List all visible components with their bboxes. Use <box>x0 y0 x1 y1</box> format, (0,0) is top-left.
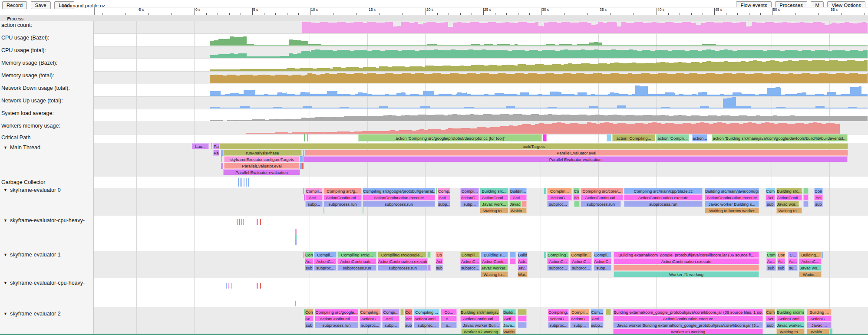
cpu-usage-total-histogram-bar[interactable] <box>767 50 772 58</box>
main-thread-event[interactable]: skyframeExecutor.configureTargets <box>224 156 300 162</box>
memory-usage-total-histogram-bar[interactable] <box>441 74 446 83</box>
cpu-usage-bazel-histogram-bar[interactable] <box>308 44 313 46</box>
network-down-histogram-bar[interactable] <box>355 94 358 96</box>
cpu-usage-total-histogram-bar[interactable] <box>672 50 677 58</box>
network-up-histogram-bar[interactable] <box>240 106 244 108</box>
memory-usage-total-histogram-bar[interactable] <box>363 74 367 83</box>
main-thread-tick[interactable] <box>221 150 223 156</box>
action-count-histogram-bar[interactable] <box>527 23 531 33</box>
system-load-histogram-bar[interactable] <box>777 116 782 121</box>
cpu-usage-total-histogram-bar[interactable] <box>560 50 564 58</box>
memory-usage-bazel-histogram-bar[interactable] <box>214 69 218 71</box>
workers-memory-histogram-bar[interactable] <box>292 132 297 134</box>
memory-usage-total-histogram-bar[interactable] <box>780 74 784 83</box>
memory-usage-bazel-histogram-bar[interactable] <box>577 64 581 71</box>
workers-memory-histogram-bar[interactable] <box>370 131 375 134</box>
cpu-usage-total-histogram-bar[interactable] <box>324 50 328 58</box>
network-down-histogram-bar[interactable] <box>282 93 286 96</box>
network-down-histogram-bar[interactable] <box>314 94 318 96</box>
cpu-usage-total-histogram-bar[interactable] <box>841 50 845 58</box>
system-load-histogram-bar[interactable] <box>561 115 565 121</box>
memory-usage-total-histogram-bar[interactable] <box>571 74 576 83</box>
system-load-histogram-bar[interactable] <box>288 119 292 121</box>
track-group-label-3[interactable]: ▼skyframe-evaluator 0 <box>3 187 61 193</box>
system-load-histogram-bar[interactable] <box>457 115 461 121</box>
system-load-histogram-bar[interactable] <box>821 116 825 121</box>
cpu-usage-total-histogram-bar[interactable] <box>655 50 659 58</box>
memory-usage-bazel-histogram-bar[interactable] <box>691 62 695 71</box>
network-down-histogram-bar[interactable] <box>711 95 716 96</box>
system-load-histogram-bar[interactable] <box>773 115 777 121</box>
network-down-histogram-bar[interactable] <box>447 94 452 96</box>
memory-usage-total-histogram-bar[interactable] <box>771 73 776 83</box>
network-up-histogram-bar[interactable] <box>857 108 861 108</box>
skyframe-evaluator-0-tick[interactable] <box>544 188 546 194</box>
cpu-usage-bazel-histogram-bar[interactable] <box>606 45 611 46</box>
system-load-histogram-bar[interactable] <box>743 115 747 121</box>
network-down-histogram-bar[interactable] <box>538 94 542 96</box>
network-up-histogram-bar[interactable] <box>829 108 833 108</box>
cpu-usage-bazel-histogram-bar[interactable] <box>454 45 459 46</box>
memory-usage-bazel-histogram-bar[interactable] <box>304 68 308 71</box>
cpu-usage-bazel-histogram-bar[interactable] <box>589 43 594 46</box>
network-down-histogram-bar[interactable] <box>648 94 652 96</box>
workers-memory-histogram-bar[interactable] <box>639 123 644 134</box>
memory-usage-total-histogram-bar[interactable] <box>325 73 329 83</box>
system-load-histogram-bar[interactable] <box>587 115 591 121</box>
memory-usage-bazel-histogram-bar[interactable] <box>434 66 438 71</box>
action-count-histogram-bar[interactable] <box>466 23 470 33</box>
memory-usage-bazel-histogram-bar[interactable] <box>346 67 350 71</box>
memory-usage-bazel-histogram-bar[interactable] <box>539 64 544 71</box>
cpu-usage-bazel-histogram-bar[interactable] <box>218 39 223 46</box>
action-count-histogram-bar[interactable] <box>858 23 862 33</box>
network-up-histogram-bar[interactable] <box>552 107 556 108</box>
cpu-usage-total-histogram-bar[interactable] <box>320 50 324 58</box>
memory-usage-bazel-histogram-bar[interactable] <box>231 69 236 71</box>
critical-path-tick[interactable] <box>307 134 308 141</box>
workers-memory-histogram-bar[interactable] <box>809 123 813 134</box>
memory-usage-total-histogram-bar[interactable] <box>428 74 432 83</box>
cpu-usage-total-histogram-bar[interactable] <box>429 50 434 58</box>
critical-path-tick[interactable] <box>607 134 611 141</box>
cpu-usage-bazel-histogram-bar[interactable] <box>755 45 759 46</box>
network-down-histogram-bar[interactable] <box>260 95 264 96</box>
workers-memory-histogram-bar[interactable] <box>791 124 795 134</box>
skyframe-evaluator-0-event[interactable]: Waitin... <box>509 207 527 213</box>
system-load-histogram-bar[interactable] <box>604 115 608 121</box>
cpu-usage-bazel-histogram-bar[interactable] <box>835 45 839 46</box>
network-down-histogram-bar[interactable] <box>542 95 546 96</box>
cpu-usage-bazel-histogram-bar[interactable] <box>572 45 577 46</box>
workers-memory-histogram-bar[interactable] <box>268 133 272 134</box>
cpu-usage-total-histogram-bar[interactable] <box>577 50 581 58</box>
skyframe-evaluator-cpu-heavy-2-tick[interactable] <box>295 301 296 306</box>
skyframe-evaluator-2-event[interactable]: Building external/com_google_protobuf/ja… <box>613 309 763 315</box>
network-down-histogram-bar[interactable] <box>214 91 218 96</box>
system-load-histogram-bar[interactable] <box>713 115 717 121</box>
cpu-usage-total-histogram-bar[interactable] <box>477 50 482 58</box>
workers-memory-histogram-bar[interactable] <box>743 123 748 134</box>
network-up-histogram-bar[interactable] <box>635 108 639 108</box>
cpu-usage-total-histogram-bar[interactable] <box>642 50 646 58</box>
skyframe-evaluator-0-event[interactable]: ActionContinuation.execute <box>624 194 703 200</box>
system-load-histogram-bar[interactable] <box>829 116 834 121</box>
skyframe-evaluator-0-event[interactable]: Compil... <box>460 188 479 194</box>
action-count-histogram-bar[interactable] <box>535 22 538 33</box>
network-up-histogram-bar[interactable] <box>825 108 829 108</box>
memory-usage-bazel-histogram-bar[interactable] <box>354 67 359 71</box>
memory-usage-total-histogram-bar[interactable] <box>645 73 650 83</box>
cpu-usage-bazel-histogram-bar[interactable] <box>729 45 733 46</box>
network-down-histogram-bar[interactable] <box>318 94 323 96</box>
main-thread-tick[interactable] <box>221 163 223 169</box>
action-count-histogram-bar[interactable] <box>432 22 436 33</box>
network-up-histogram-bar[interactable] <box>866 108 868 108</box>
system-load-histogram-bar[interactable] <box>591 115 595 121</box>
cpu-usage-bazel-histogram-bar[interactable] <box>334 45 339 46</box>
cpu-usage-bazel-histogram-bar[interactable] <box>526 45 531 46</box>
workers-memory-histogram-bar[interactable] <box>518 125 522 134</box>
memory-usage-bazel-histogram-bar[interactable] <box>451 66 455 71</box>
memory-usage-bazel-histogram-bar[interactable] <box>359 68 363 71</box>
cpu-usage-total-histogram-bar[interactable] <box>746 50 750 58</box>
cpu-usage-total-histogram-bar[interactable] <box>798 51 802 58</box>
action-count-histogram-bar[interactable] <box>488 22 492 33</box>
network-down-histogram-bar[interactable] <box>578 92 582 96</box>
